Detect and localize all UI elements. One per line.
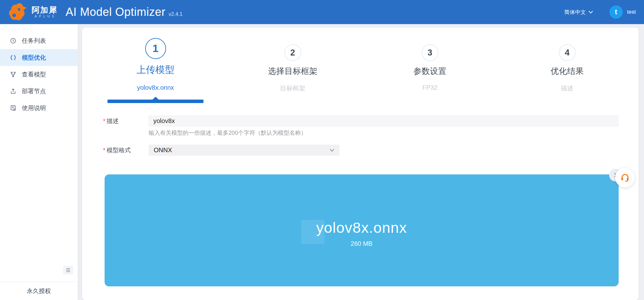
description-helper-text: 输入有关模型的一些描述，最多200个字符（默认为模型名称） bbox=[149, 129, 306, 137]
step-2-subtitle: 目标框架 bbox=[224, 84, 361, 93]
step-2-number: 2 bbox=[285, 44, 301, 61]
step-2-title: 选择目标框架 bbox=[224, 66, 361, 77]
headset-icon bbox=[620, 173, 630, 182]
license-status: 永久授权 bbox=[0, 282, 78, 300]
step-1-subtitle: yolov8x.onnx bbox=[87, 84, 224, 91]
description-label: *描述 bbox=[103, 115, 119, 127]
step-3-number: 3 bbox=[422, 44, 438, 61]
sidebar-item-label: 查看模型 bbox=[22, 70, 46, 79]
step-4-result[interactable]: 4 优化结果 描述 bbox=[499, 28, 636, 107]
model-branch-icon bbox=[10, 71, 16, 78]
brand-name-en: APLUX bbox=[33, 15, 56, 18]
step-4-title: 优化结果 bbox=[499, 66, 636, 77]
sidebar-item-task-list[interactable]: 任务列表 bbox=[0, 32, 78, 49]
sidebar-item-deploy-node[interactable]: 部署节点 bbox=[0, 83, 78, 100]
step-4-subtitle: 描述 bbox=[499, 84, 636, 93]
username: test bbox=[627, 9, 636, 15]
step-3-subtitle: FP32 bbox=[361, 84, 499, 91]
sidebar-item-view-model[interactable]: 查看模型 bbox=[0, 66, 78, 83]
deploy-icon bbox=[10, 88, 16, 95]
description-input[interactable] bbox=[149, 115, 619, 127]
model-format-label: *模型格式 bbox=[103, 145, 131, 156]
app-header: 阿加犀 APLUX AI Model Optimizer v2.4.1 简体中文… bbox=[0, 0, 644, 24]
app-version: v2.4.1 bbox=[169, 11, 183, 17]
required-asterisk: * bbox=[103, 118, 105, 124]
brand-name-cn: 阿加犀 bbox=[32, 6, 57, 14]
chevron-down-icon bbox=[589, 11, 593, 14]
brand-logo[interactable]: 阿加犀 APLUX bbox=[8, 2, 57, 22]
step-1-upload-model[interactable]: 1 上传模型 yolov8x.onnx bbox=[87, 28, 224, 107]
uploaded-file-name: yolov8x.onnx bbox=[105, 219, 619, 236]
sidebar-item-label: 任务列表 bbox=[22, 37, 46, 45]
optimize-icon bbox=[10, 54, 16, 61]
step-progress-bar bbox=[107, 100, 203, 103]
step-1-number: 1 bbox=[145, 38, 166, 59]
history-icon bbox=[10, 37, 16, 44]
step-3-title: 参数设置 bbox=[361, 66, 499, 77]
uploaded-file-size: 260 MB bbox=[105, 240, 619, 247]
step-1-title: 上传模型 bbox=[87, 63, 224, 76]
sidebar-item-model-optimize[interactable]: 模型优化 bbox=[0, 49, 78, 66]
chevron-down-icon bbox=[330, 149, 334, 152]
sidebar-item-label: 使用说明 bbox=[22, 104, 46, 112]
customer-support-button[interactable] bbox=[615, 168, 635, 187]
main-content-card: 1 上传模型 yolov8x.onnx 2 选择目标框架 目标框架 3 参数设置… bbox=[82, 28, 639, 300]
required-asterisk: * bbox=[103, 147, 105, 153]
upload-dropzone[interactable]: yolov8x.onnx 260 MB bbox=[105, 174, 619, 286]
language-label: 简体中文 bbox=[564, 9, 586, 16]
page-title: AI Model Optimizer bbox=[66, 5, 165, 19]
step-4-number: 4 bbox=[559, 44, 576, 61]
model-format-value: ONNX bbox=[154, 147, 172, 154]
model-format-select[interactable]: ONNX bbox=[149, 145, 339, 156]
sidebar-item-label: 模型优化 bbox=[22, 54, 46, 62]
sidebar: 任务列表 模型优化 查看模型 bbox=[0, 24, 78, 300]
language-selector[interactable]: 简体中文 bbox=[564, 9, 593, 16]
sidebar-item-label: 部署节点 bbox=[22, 87, 46, 95]
sidebar-item-instructions[interactable]: 使用说明 bbox=[0, 100, 78, 116]
step-2-select-framework[interactable]: 2 选择目标框架 目标框架 bbox=[224, 28, 361, 107]
sidebar-collapse-button[interactable] bbox=[63, 266, 73, 275]
docs-icon bbox=[10, 105, 16, 111]
menu-fold-icon bbox=[65, 267, 71, 273]
aplux-logo-icon bbox=[8, 2, 28, 22]
avatar[interactable]: t bbox=[609, 5, 623, 19]
step-3-parameters[interactable]: 3 参数设置 FP32 bbox=[361, 28, 499, 107]
